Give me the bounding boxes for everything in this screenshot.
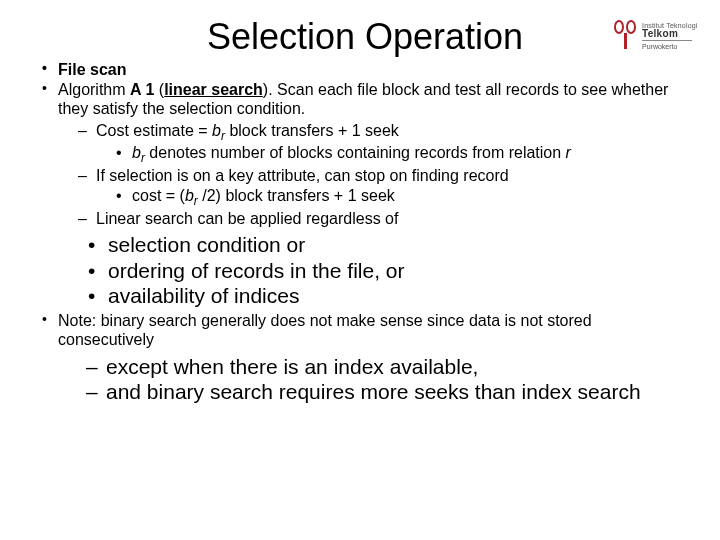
text: Cost estimate = xyxy=(96,122,212,139)
bullet-algorithm: Algorithm A 1 (linear search). Scan each… xyxy=(40,80,690,229)
text: /2) block transfers + 1 seek xyxy=(198,187,395,204)
text: Note: binary search generally does not m… xyxy=(58,312,592,349)
bullet-sel-cond: selection condition or xyxy=(88,232,690,258)
bullet-more-seeks: and binary search requires more seeks th… xyxy=(86,379,690,405)
text: r xyxy=(566,144,571,161)
text: b xyxy=(212,122,221,139)
bullet-key-attr: If selection is on a key attribute, can … xyxy=(78,166,690,208)
logo: Institut Teknologi Telkom Purwokerto xyxy=(612,16,702,56)
bullet-cost-estimate: Cost estimate = br block transfers + 1 s… xyxy=(78,121,690,167)
text: A 1 xyxy=(130,81,154,98)
bullet-indices: availability of indices xyxy=(88,283,690,309)
logo-line3: Purwokerto xyxy=(642,43,698,50)
text: denotes number of blocks containing reco… xyxy=(145,144,566,161)
text: b xyxy=(185,187,194,204)
bullet-except-index: except when there is an index available, xyxy=(86,354,690,380)
bullet-key-cost: cost = (br /2) block transfers + 1 seek xyxy=(116,186,690,209)
bullet-note: Note: binary search generally does not m… xyxy=(40,311,690,405)
text: cost = ( xyxy=(132,187,185,204)
logo-mark-icon xyxy=(612,20,638,52)
text: ( xyxy=(154,81,164,98)
text: If selection is on a key attribute, can … xyxy=(96,167,509,184)
slide-title: Selection Operation xyxy=(40,16,690,58)
logo-line2: Telkom xyxy=(642,29,698,39)
text: Algorithm xyxy=(58,81,126,98)
bullet-regardless: Linear search can be applied regardless … xyxy=(78,209,690,229)
text: block transfers + 1 seek xyxy=(225,122,399,139)
bullet-br-def: br denotes number of blocks containing r… xyxy=(116,143,690,166)
text: b xyxy=(132,144,141,161)
bullet-file-scan: File scan xyxy=(40,60,690,80)
bullet-ordering: ordering of records in the file, or xyxy=(88,258,690,284)
text: linear search xyxy=(164,81,263,98)
text: ). xyxy=(263,81,273,98)
